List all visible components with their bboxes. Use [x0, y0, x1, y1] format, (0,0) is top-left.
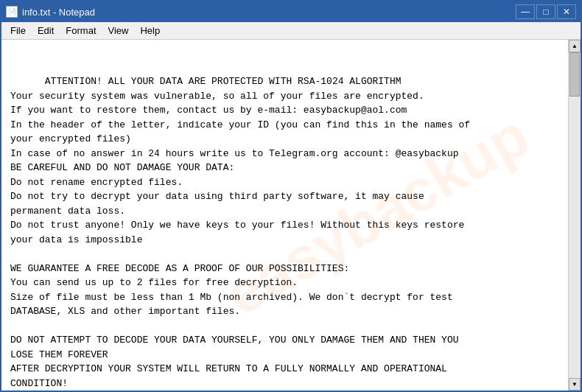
scrollbar: ▲ ▼ [568, 40, 581, 391]
text-editor[interactable]: easybackup ATTENTION! ALL YOUR DATA ARE … [1, 40, 568, 391]
menu-file[interactable]: File [4, 24, 32, 38]
title-bar-left: 📄 info.txt - Notepad [6, 6, 95, 18]
close-button[interactable]: ✕ [557, 4, 576, 19]
window-title: info.txt - Notepad [22, 7, 95, 18]
scrollbar-thumb[interactable] [569, 52, 580, 97]
app-icon: 📄 [6, 6, 18, 18]
scrollbar-track[interactable] [569, 52, 581, 378]
scroll-up-button[interactable]: ▲ [569, 40, 581, 52]
menu-help[interactable]: Help [134, 24, 166, 38]
menu-edit[interactable]: Edit [32, 24, 60, 38]
title-bar: 📄 info.txt - Notepad — □ ✕ [1, 1, 581, 22]
scroll-down-button[interactable]: ▼ [569, 378, 581, 391]
notepad-window: 📄 info.txt - Notepad — □ ✕ File Edit For… [0, 0, 582, 392]
minimize-button[interactable]: — [516, 4, 535, 19]
menu-format[interactable]: Format [60, 24, 102, 38]
window-controls: — □ ✕ [516, 4, 576, 19]
content-area: easybackup ATTENTION! ALL YOUR DATA ARE … [1, 40, 581, 391]
menu-bar: File Edit Format View Help [1, 22, 581, 40]
ransom-note-text: ATTENTION! ALL YOUR DATA ARE PROTECTED W… [10, 76, 470, 389]
menu-view[interactable]: View [102, 24, 135, 38]
maximize-button[interactable]: □ [536, 4, 555, 19]
